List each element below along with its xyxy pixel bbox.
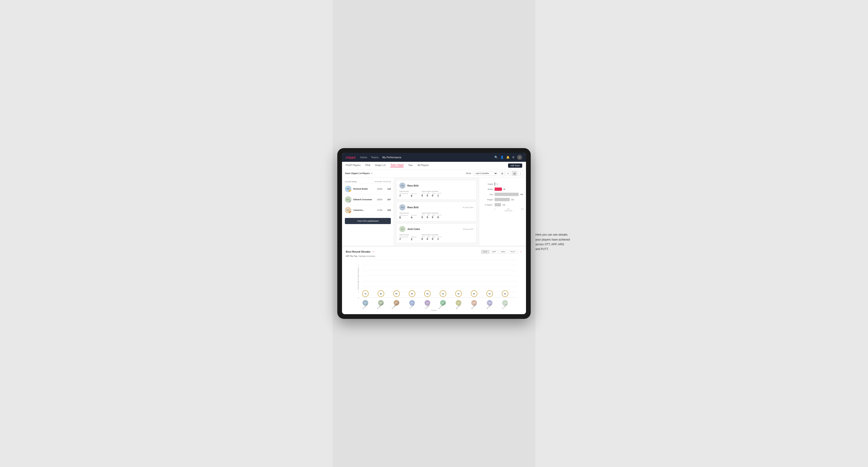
avatar[interactable]: U: [517, 155, 522, 160]
subnav-all-players[interactable]: All Players: [417, 164, 429, 167]
user-icon[interactable]: 👤: [500, 156, 504, 159]
chart-row-dbogeys: D. Bogeys + 131: [482, 203, 524, 206]
card-name: Rees Britt: [407, 206, 461, 209]
player-score: 18/20: [375, 198, 384, 201]
col-player-name: PLAYER NAME: [345, 181, 374, 183]
card-name: Josh Coles: [407, 228, 461, 230]
section-header: Best Round Streaks ← OTT APP ARG PUTT →: [346, 250, 522, 253]
annotation-box: Here you can see streaks your players ha…: [535, 232, 583, 252]
player-name: Cameron...: [353, 209, 375, 211]
streak-bubble-0: 7x: [362, 290, 369, 297]
player-name: Edward Crossman: [353, 198, 375, 201]
rank-badge: 1: [349, 190, 351, 192]
practice-label: Practice: [411, 214, 417, 216]
player-avatar: EC 2: [345, 196, 351, 203]
player-avatar-small-4: RB: [425, 300, 430, 306]
chart-row-bogeys: Bogeys 311: [482, 198, 524, 201]
view-leaderboard-button[interactable]: View Full Leaderboard: [345, 218, 391, 224]
subnav-pga[interactable]: PGA: [365, 164, 370, 167]
bar-value-eagles: 3: [497, 183, 498, 185]
streak-bubble-7: 4x: [471, 290, 477, 297]
search-icon[interactable]: 🔍: [494, 156, 498, 159]
settings-icon[interactable]: ⚙: [512, 156, 515, 159]
sort-btn[interactable]: ↕: [518, 171, 523, 176]
arrow-icon-right: →: [519, 250, 522, 253]
subnav-team-clippd[interactable]: Team Clippd: [390, 164, 404, 167]
arg-label: ARG: [432, 236, 435, 238]
filter-app[interactable]: APP: [490, 250, 498, 253]
card-name: Rees Britt: [407, 184, 473, 187]
player-row[interactable]: CA 3 Cameron... 17/20 103: [342, 205, 394, 216]
rank-badge: 3: [349, 211, 351, 214]
player-avg: 103: [384, 209, 391, 211]
total-rounds-label: Total Rounds: [399, 212, 417, 214]
card-view-btn[interactable]: ▤: [512, 171, 517, 176]
tournament-label: Tournament: [399, 214, 408, 216]
bell-icon[interactable]: 🔔: [506, 156, 510, 159]
player-card: RB Rees Britt Total Rounds Tournament: [396, 180, 476, 200]
subnav-hcaps[interactable]: Hcaps 1-5: [375, 164, 386, 167]
subnav-pgat[interactable]: PGAT Players: [346, 164, 361, 167]
filter-ott[interactable]: OTT: [481, 250, 489, 253]
table-header: PLAYER NAME PB SCORE PB AVG SQ: [342, 180, 394, 184]
bar-container: 311: [495, 198, 524, 201]
tournament-value: 7: [399, 194, 408, 197]
list-view-btn[interactable]: ≡: [506, 171, 511, 176]
bar-container: 3: [495, 182, 524, 186]
player-avatar: RB 1: [345, 186, 351, 192]
putt-label: PUTT: [437, 214, 441, 216]
section-title: Best Round Streaks: [346, 250, 371, 253]
filter-putt[interactable]: PUTT: [508, 250, 518, 253]
practice-value: 2: [411, 238, 417, 241]
nav-home[interactable]: Home: [360, 156, 367, 159]
ott-label: OTT: [422, 236, 425, 238]
chart-row-pars: Pars 499: [482, 193, 524, 196]
col-pb-score: PB SCORE: [374, 181, 383, 183]
add-team-button[interactable]: Add Team: [508, 163, 522, 168]
practice-activities-label: Total Practice Activities: [422, 191, 441, 192]
nav-teams[interactable]: Teams: [371, 156, 379, 159]
top-nav: clippd Home Teams My Performance 🔍 👤 🔔 ⚙…: [342, 153, 526, 162]
tablet-frame: clippd Home Teams My Performance 🔍 👤 🔔 ⚙…: [337, 148, 531, 319]
nav-icons: 🔍 👤 🔔 ⚙ U: [494, 155, 522, 160]
streak-bubble-2: 6x: [393, 290, 400, 297]
card-header: RB Rees Britt 02 Sep 2023: [399, 204, 473, 210]
streak-bubble-3: 5x: [409, 290, 415, 297]
grid-view-btn[interactable]: ⊞: [500, 171, 505, 176]
arg-value: 0: [432, 194, 435, 197]
streak-bubble-1: 6x: [378, 290, 384, 297]
tournament-label: Tournament: [399, 236, 408, 238]
card-date: 02 Sep 2023: [463, 206, 473, 209]
x-label-400: 400: [521, 208, 524, 210]
practice-activities-label: Total Practice Activities: [422, 212, 441, 214]
total-rounds-label: Total Rounds: [399, 191, 417, 192]
period-select[interactable]: Last 3 months: [473, 171, 498, 176]
x-axis-title: Total Shots: [482, 210, 524, 212]
card-stats: Total Rounds Tournament 8 Practice: [399, 212, 473, 219]
ott-val: 0: [422, 238, 425, 240]
bar-value-bogeys: 311: [511, 199, 514, 200]
arrow-icon: ←: [372, 250, 375, 253]
bar-value-pars: 499: [520, 194, 523, 195]
nav-my-performance[interactable]: My Performance: [382, 156, 401, 159]
app-label: APP: [427, 193, 430, 194]
arg-val: 0: [432, 216, 435, 219]
card-stats: Total Rounds Tournament 7 Practice: [399, 191, 473, 197]
chart-subtitle: Off The Tee, Fairway Accuracy: [346, 255, 522, 257]
player-row[interactable]: RB 1 Richard Butler 19/20 110: [342, 184, 394, 194]
practice-label: Practice: [411, 193, 417, 194]
player-row[interactable]: EC 2 Edward Crossman 18/20 107: [342, 194, 394, 205]
subnav-tour[interactable]: Tour: [408, 164, 413, 167]
tablet-screen: clippd Home Teams My Performance 🔍 👤 🔔 ⚙…: [342, 153, 526, 314]
streak-bubble-8: 3x: [486, 290, 493, 297]
bar-container: 499: [495, 193, 524, 196]
filter-arg[interactable]: ARG: [499, 250, 507, 253]
streaks-section: Best Round Streaks ← OTT APP ARG PUTT →: [342, 246, 526, 314]
ott-value: 0: [422, 194, 425, 197]
bar-label-birdies: Birdies: [482, 188, 493, 190]
ott-val: 0: [422, 216, 425, 219]
ott-label: OTT: [422, 214, 425, 216]
player-avatar: CA 3: [345, 207, 351, 214]
edit-icon[interactable]: ✏: [371, 172, 373, 175]
player-card: RB Rees Britt 02 Sep 2023 Total Rounds T…: [396, 201, 476, 221]
